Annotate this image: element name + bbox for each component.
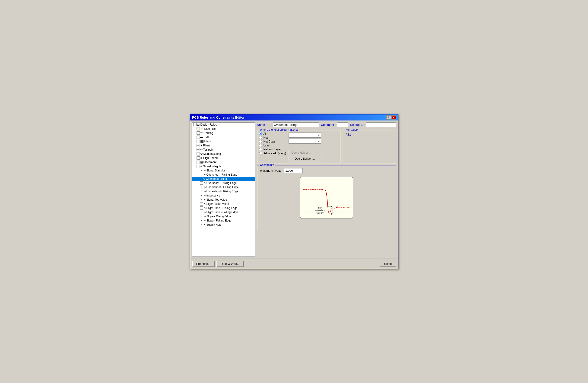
- tree-placement[interactable]: + ▦ Placement: [192, 160, 255, 164]
- net-dropdown[interactable]: [289, 133, 321, 138]
- expand-overshoot-falling[interactable]: -: [200, 173, 203, 176]
- placement-icon: ▦: [200, 161, 203, 164]
- signal-base-icon: ∿: [204, 202, 206, 205]
- radio-advanced-label: Advanced (Query): [264, 152, 287, 155]
- window-close-button[interactable]: X: [391, 115, 396, 120]
- help-button[interactable]: ?: [386, 115, 391, 120]
- tree-testpoint-label: Testpoint: [203, 148, 214, 151]
- smt-icon: ▬: [200, 136, 203, 139]
- expand-highspeed[interactable]: +: [197, 156, 200, 160]
- expand-signal-integrity[interactable]: -: [197, 165, 200, 168]
- tree-signal-stimulus-label: Signal Stimulus: [207, 169, 226, 172]
- expand-signal-base[interactable]: +: [200, 202, 203, 205]
- max-volts-label: Maximum (Volts): [260, 169, 283, 172]
- tree-manufacturing[interactable]: + ⚙ Manufacturing: [192, 152, 255, 156]
- radio-all-row: All: [259, 132, 287, 135]
- tree-mask[interactable]: + ⬛ Mask: [192, 139, 255, 143]
- tree-flight-falling[interactable]: + ∿ Flight Time - Falling Edge: [192, 210, 255, 214]
- comment-label: Comment: [321, 123, 335, 126]
- expand-flight-falling[interactable]: +: [200, 211, 203, 214]
- query-helper-button[interactable]: Query Helper ...: [289, 150, 314, 155]
- expand-smt[interactable]: +: [197, 136, 200, 139]
- expand-root[interactable]: -: [193, 123, 197, 126]
- tree-supply-nets-label: Supply Nets: [207, 223, 222, 226]
- tree-undershoot-rising-label: Undershoot - Rising Edge: [207, 190, 238, 193]
- expand-supply-nets[interactable]: +: [200, 223, 203, 226]
- tree-slope-rising[interactable]: + ∿ Slope - Rising Edge: [192, 214, 255, 219]
- tree-signal-base[interactable]: + ∿ Signal Base Value: [192, 202, 255, 206]
- expand-routing[interactable]: +: [197, 131, 200, 135]
- two-sections: Where the First object matches All Net: [257, 130, 396, 163]
- radio-layer[interactable]: [259, 144, 262, 147]
- expand-plane[interactable]: +: [197, 144, 200, 147]
- close-button[interactable]: Close: [380, 261, 396, 267]
- tree-overshoot-rising[interactable]: + ∿ Overshoot - Rising Edge: [192, 181, 255, 185]
- overshoot-rising-icon: ∿: [204, 181, 206, 185]
- unique-id-input[interactable]: [366, 122, 396, 127]
- tree-overshoot-falling[interactable]: - ∿ Overshoot - Falling Edge: [192, 173, 255, 177]
- tree-routing[interactable]: + 〰 Routing: [192, 131, 255, 135]
- expand-manufacturing[interactable]: +: [197, 152, 200, 156]
- impedance-icon: ∿: [204, 194, 206, 197]
- expand-signal-top[interactable]: +: [200, 198, 203, 201]
- expand-signal-stimulus[interactable]: +: [200, 169, 203, 172]
- expand-impedance[interactable]: +: [200, 194, 203, 197]
- testpoint-icon: ✏: [200, 148, 203, 151]
- highspeed-icon: ≋: [200, 156, 203, 160]
- rule-wizard-button[interactable]: Rule Wizard...: [216, 261, 244, 267]
- svg-text:max: max: [317, 206, 322, 209]
- radio-netandlayer[interactable]: [259, 148, 262, 151]
- expand-slope-falling[interactable]: +: [200, 219, 203, 222]
- tree-routing-label: Routing: [204, 131, 213, 135]
- flight-falling-icon: ∿: [204, 211, 206, 214]
- tree-signal-top[interactable]: + ∿ Signal Top Value: [192, 198, 255, 202]
- tree-slope-falling[interactable]: + ∿ Slope - Falling Edge: [192, 219, 255, 223]
- tree-highspeed[interactable]: + ≋ High Speed: [192, 156, 255, 160]
- priorities-button[interactable]: Priorities...: [192, 261, 215, 267]
- tree-signal-base-label: Signal Base Value: [207, 202, 229, 205]
- tree-slope-falling-label: Slope - Falling Edge: [207, 219, 231, 222]
- tree-undershoot-rising[interactable]: + ∿ Undershoot - Rising Edge: [192, 189, 255, 193]
- query-builder-button[interactable]: Query Builder ...: [289, 156, 321, 161]
- radio-netclass[interactable]: [259, 140, 262, 143]
- expand-electrical[interactable]: +: [197, 127, 200, 130]
- name-input[interactable]: [273, 122, 319, 127]
- expand-testpoint[interactable]: +: [197, 148, 200, 151]
- slope-rising-icon: ∿: [204, 215, 206, 218]
- main-window: PCB Rules and Constraints Editor ? X - 🗂…: [190, 114, 399, 269]
- constraints-title: Constraints: [259, 163, 275, 167]
- tree-supply-nets[interactable]: + ∿ Supply Nets: [192, 223, 255, 227]
- expand-placement[interactable]: +: [197, 161, 200, 164]
- tree-testpoint[interactable]: + ✏ Testpoint: [192, 148, 255, 152]
- tree-overshoot-falling-rule[interactable]: ∿ OvershootFalling: [192, 177, 255, 181]
- signal-top-icon: ∿: [204, 198, 206, 201]
- radio-netclass-label: Net Class: [264, 140, 287, 143]
- expand-undershoot-falling[interactable]: +: [200, 186, 203, 189]
- expand-flight-rising[interactable]: +: [200, 206, 203, 210]
- netclass-dropdown[interactable]: [289, 139, 321, 144]
- max-volts-input[interactable]: [284, 168, 303, 173]
- tree-plane[interactable]: + ✦ Plane: [192, 143, 255, 148]
- expand-slope-rising[interactable]: +: [200, 215, 203, 218]
- tree-root[interactable]: - 🗂 Design Rules: [192, 122, 255, 127]
- right-panel: Name Comment Unique ID Where the First o…: [257, 122, 396, 257]
- comment-input[interactable]: [337, 122, 348, 127]
- electrical-icon: ⚡: [200, 127, 204, 130]
- expand-overshoot-rising[interactable]: +: [200, 181, 203, 185]
- tree-smt[interactable]: + ▬ SMT: [192, 135, 255, 139]
- flight-rising-icon: ∿: [204, 206, 206, 210]
- tree-electrical[interactable]: + ⚡ Electrical: [192, 127, 255, 131]
- tree-signal-stimulus[interactable]: + ∿ Signal Stimulus: [192, 168, 255, 173]
- tree-undershoot-falling[interactable]: + ∿ Undershoot - Falling Edge: [192, 185, 255, 189]
- tree-impedance[interactable]: + ∿ Impedance: [192, 193, 255, 198]
- expand-mask[interactable]: +: [197, 140, 200, 143]
- radio-advanced[interactable]: [259, 152, 262, 155]
- expand-undershoot-rising[interactable]: +: [200, 190, 203, 193]
- slope-falling-icon: ∿: [204, 219, 206, 222]
- constraints-section: Constraints Maximum (Volts): [257, 165, 396, 230]
- radio-net[interactable]: [259, 136, 262, 139]
- radio-all[interactable]: [259, 132, 262, 135]
- radio-layer-label: Layer: [264, 144, 287, 147]
- tree-flight-rising[interactable]: + ∿ Flight Time - Rising Edge: [192, 206, 255, 210]
- tree-signal-integrity[interactable]: - ∿ Signal Integrity: [192, 164, 255, 168]
